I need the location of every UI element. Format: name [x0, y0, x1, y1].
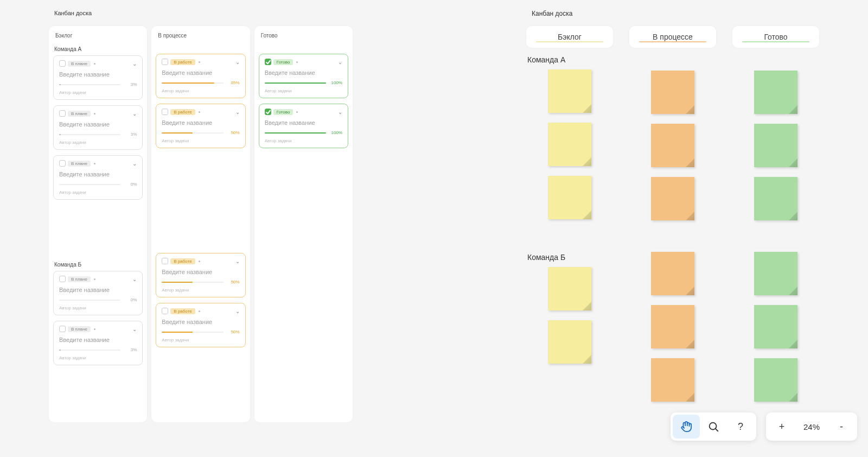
progress-bar[interactable]	[59, 350, 120, 351]
task-checkbox[interactable]	[162, 109, 168, 115]
task-card[interactable]: Готово⌄Введите название100%Автор задачи	[259, 104, 348, 148]
sticky-note[interactable]	[548, 320, 591, 364]
zoom-out-button[interactable]: -	[828, 415, 855, 439]
chevron-down-icon[interactable]: ⌄	[338, 59, 342, 65]
sticky-note[interactable]	[754, 358, 797, 402]
sticky-note[interactable]	[548, 267, 591, 310]
sticky-note[interactable]	[754, 71, 797, 114]
task-card[interactable]: Готово⌄Введите название100%Автор задачи	[259, 54, 348, 98]
status-chip[interactable]: В работе	[170, 258, 195, 264]
sticky-note[interactable]	[651, 305, 694, 348]
sticky-note[interactable]	[754, 252, 797, 295]
sticky-note[interactable]	[651, 358, 694, 402]
status-chip[interactable]: В плане	[68, 326, 91, 332]
chevron-down-icon[interactable]: ⌄	[132, 161, 137, 167]
status-chip[interactable]: В плане	[68, 61, 91, 67]
task-card[interactable]: В работе⌄Введите название50%Автор задачи	[156, 104, 245, 148]
progress-bar[interactable]	[162, 132, 223, 134]
task-checkbox[interactable]	[59, 110, 66, 117]
task-checkbox[interactable]	[59, 276, 66, 282]
card-title-input[interactable]: Введите название	[162, 319, 239, 325]
card-title-input[interactable]: Введите название	[162, 69, 239, 76]
card-title-input[interactable]: Введите название	[59, 337, 137, 343]
progress-percent: 0%	[124, 297, 137, 302]
task-card[interactable]: В работе⌄Введите название50%Автор задачи	[156, 303, 245, 347]
status-chip[interactable]: Готово	[273, 59, 293, 65]
chevron-down-icon[interactable]: ⌄	[132, 61, 137, 67]
progress-bar[interactable]	[162, 82, 223, 84]
progress-bar[interactable]	[59, 84, 120, 85]
task-checkbox[interactable]	[162, 258, 168, 264]
task-checkbox[interactable]	[265, 109, 271, 115]
hand-tool-button[interactable]	[673, 415, 700, 439]
task-card[interactable]: В плане⌄Введите название3%Автор задачи	[53, 321, 143, 365]
task-card[interactable]: В работе⌄Введите название85%Автор задачи	[156, 54, 245, 98]
task-checkbox[interactable]	[59, 60, 66, 67]
task-checkbox[interactable]	[162, 308, 168, 314]
sticky-column-progress[interactable]: В процессе	[629, 26, 716, 411]
chevron-down-icon[interactable]: ⌄	[132, 111, 137, 117]
task-card[interactable]: В плане⌄Введите название3%Автор задачи	[53, 105, 143, 150]
chevron-down-icon[interactable]: ⌄	[132, 276, 137, 282]
task-card[interactable]: В плане⌄Введите название0%Автор задачи	[53, 271, 143, 315]
status-chip[interactable]: В работе	[170, 109, 195, 115]
chevron-down-icon[interactable]: ⌄	[235, 59, 240, 65]
task-card[interactable]: В плане⌄Введите название0%Автор задачи	[53, 155, 143, 200]
progress-bar[interactable]	[162, 332, 223, 333]
status-indicator-dot	[94, 113, 95, 115]
status-chip[interactable]: Готово	[273, 109, 293, 115]
task-checkbox[interactable]	[59, 326, 66, 332]
card-author: Автор задачи	[265, 138, 342, 143]
sticky-note[interactable]	[548, 123, 591, 166]
task-checkbox[interactable]	[59, 160, 66, 167]
status-chip[interactable]: В работе	[170, 308, 195, 314]
card-title-input[interactable]: Введите название	[59, 121, 137, 128]
task-checkbox[interactable]	[265, 59, 271, 65]
column-done[interactable]: ГотовоГотово⌄Введите название100%Автор з…	[254, 26, 353, 422]
progress-bar[interactable]	[265, 82, 326, 84]
sticky-note[interactable]	[651, 124, 694, 167]
column-progress[interactable]: В процессеВ работе⌄Введите название85%Ав…	[151, 26, 250, 422]
card-title-input[interactable]: Введите название	[265, 119, 342, 126]
card-title-input[interactable]: Введите название	[265, 69, 342, 76]
sticky-column-done[interactable]: Готово	[732, 26, 819, 411]
progress-bar[interactable]	[265, 132, 326, 134]
sticky-note[interactable]	[754, 124, 797, 167]
card-title-input[interactable]: Введите название	[59, 287, 137, 293]
sticky-note[interactable]	[754, 305, 797, 348]
status-chip[interactable]: В плане	[68, 161, 91, 167]
zoom-in-button[interactable]: +	[768, 415, 795, 439]
progress-bar[interactable]	[59, 134, 120, 135]
progress-bar[interactable]	[59, 184, 120, 185]
sticky-note[interactable]	[548, 176, 591, 219]
zoom-value[interactable]: 24%	[795, 422, 828, 431]
chevron-down-icon[interactable]: ⌄	[338, 109, 342, 115]
status-chip[interactable]: В плане	[68, 276, 91, 282]
chevron-down-icon[interactable]: ⌄	[235, 308, 240, 314]
status-chip[interactable]: В плане	[68, 111, 91, 117]
progress-bar[interactable]	[59, 300, 120, 301]
sticky-note[interactable]	[651, 252, 694, 295]
task-checkbox[interactable]	[162, 59, 168, 65]
card-title-input[interactable]: Введите название	[162, 119, 239, 126]
sticky-column-backlog[interactable]: БэклогКоманда АКоманда Б	[526, 26, 613, 411]
search-button[interactable]	[700, 415, 727, 439]
chevron-down-icon[interactable]: ⌄	[235, 258, 240, 264]
card-title-input[interactable]: Введите название	[59, 171, 137, 177]
chevron-down-icon[interactable]: ⌄	[235, 109, 240, 115]
progress-bar[interactable]	[162, 282, 223, 283]
progress-percent: 85%	[227, 80, 240, 85]
task-card[interactable]: В плане⌄Введите название3%Автор задачи	[53, 55, 143, 100]
card-title-input[interactable]: Введите название	[162, 269, 239, 275]
sticky-note[interactable]	[754, 177, 797, 220]
sticky-note[interactable]	[651, 177, 694, 220]
chevron-down-icon[interactable]: ⌄	[132, 326, 137, 332]
card-author: Автор задачи	[59, 90, 137, 95]
help-button[interactable]: ?	[727, 415, 754, 439]
sticky-note[interactable]	[548, 69, 591, 113]
sticky-note[interactable]	[651, 71, 694, 114]
status-chip[interactable]: В работе	[170, 59, 195, 65]
task-card[interactable]: В работе⌄Введите название50%Автор задачи	[156, 253, 245, 297]
card-title-input[interactable]: Введите название	[59, 71, 137, 78]
column-backlog[interactable]: БэклогКоманда АВ плане⌄Введите название3…	[49, 26, 147, 422]
